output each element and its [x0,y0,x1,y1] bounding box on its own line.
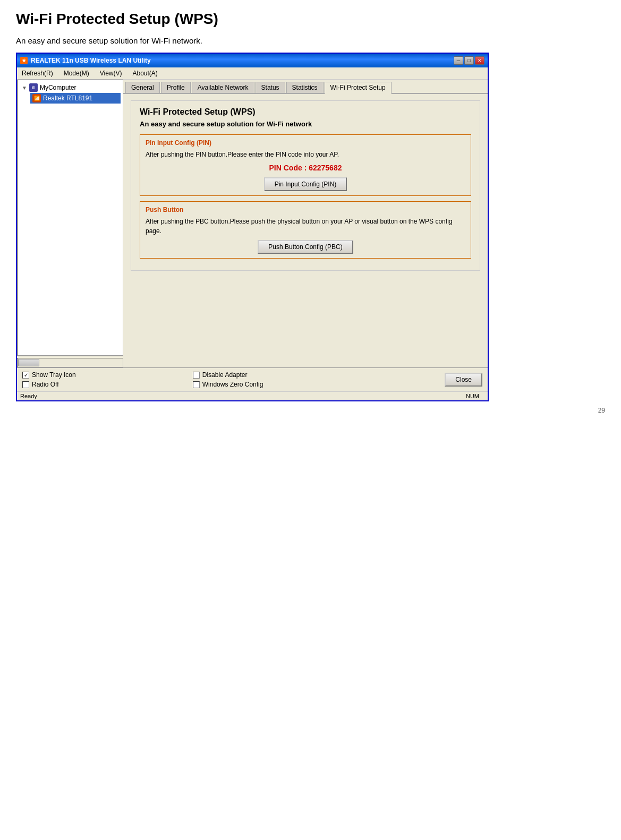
tree-adapter[interactable]: 📶 Realtek RTL8191 [30,93,121,104]
windows-zero-config-checkbox[interactable] [193,381,200,388]
status-bar: Ready NUM [17,391,488,400]
push-button-config-button[interactable]: Push Button Config (PBC) [258,240,353,254]
tab-available-network[interactable]: Available Network [192,82,254,93]
pin-section-label: Pin Input Config (PIN) [146,139,465,147]
menu-about[interactable]: About(A) [131,69,159,78]
menu-refresh[interactable]: Refresh(R) [20,69,55,78]
titlebar-left: ★ REALTEK 11n USB Wireless LAN Utility [20,57,151,64]
pin-code-display: PIN Code : 62275682 [146,164,465,172]
win-body: ▼ 🖥 MyComputer 📶 Realtek RTL8191 General… [17,80,488,367]
titlebar: ★ REALTEK 11n USB Wireless LAN Utility ─… [17,54,488,67]
tab-wifi-protect-setup[interactable]: Wi-Fi Protect Setup [325,82,392,94]
sidebar-tree: ▼ 🖥 MyComputer 📶 Realtek RTL8191 [17,80,123,356]
win-content: General Profile Available Network Status… [123,80,488,367]
footer-mid: Disable Adapter Windows Zero Config [193,371,263,388]
pbc-button-row: Push Button Config (PBC) [146,240,465,254]
adapter-label: Realtek RTL8191 [43,95,92,102]
pin-section-box: Pin Input Config (PIN) After pushing the… [140,134,471,196]
windows-zero-config-label: Windows Zero Config [202,381,263,388]
disable-adapter-checkbox[interactable] [193,372,200,379]
footer-left: Show Tray Icon Radio Off [22,371,76,388]
pin-button-row: Pin Input Config (PIN) [146,177,465,191]
wps-title: Wi-Fi Protected Setup (WPS) [140,107,471,117]
pin-section-description: After pushing the PIN button.Please ente… [146,150,465,159]
tab-bar: General Profile Available Network Status… [123,80,488,94]
pin-input-config-button[interactable]: Pin Input Config (PIN) [264,177,347,191]
page-title: Wi-Fi Protected Setup (WPS) [16,11,605,28]
tree-mycomputer[interactable]: ▼ 🖥 MyComputer [20,82,121,93]
win-footer: Show Tray Icon Radio Off Disable Adapter… [17,367,488,391]
pbc-section-box: Push Button After pushing the PBC button… [140,201,471,259]
expand-icon: ▼ [22,85,27,91]
footer-right: Close [445,373,482,387]
app-icon: ★ [20,57,28,64]
tab-statistics[interactable]: Statistics [286,82,324,93]
pbc-section-label: Push Button [146,206,465,213]
pin-code-value: 62275682 [309,164,342,172]
computer-icon: 🖥 [29,83,38,92]
wps-subtitle: An easy and secure setup solution for Wi… [140,120,471,128]
main-panel: Wi-Fi Protected Setup (WPS) An easy and … [123,94,488,277]
tab-profile[interactable]: Profile [161,82,191,93]
panel-content: Wi-Fi Protected Setup (WPS) An easy and … [131,100,480,271]
sidebar: ▼ 🖥 MyComputer 📶 Realtek RTL8191 [17,80,123,367]
menubar: Refresh(R) Mode(M) View(V) About(A) [17,67,488,80]
sidebar-scrollbar[interactable] [17,358,123,367]
minimize-button[interactable]: ─ [454,56,463,65]
show-tray-icon-checkbox[interactable] [22,372,29,379]
num-label: NUM [466,393,484,399]
close-window-button[interactable]: ✕ [475,56,484,65]
pin-code-label: PIN Code : [269,164,309,172]
status-text: Ready [20,393,466,399]
menu-view[interactable]: View(V) [98,69,124,78]
radio-off-row: Radio Off [22,381,76,388]
show-tray-icon-row: Show Tray Icon [22,371,76,379]
adapter-icon: 📶 [32,94,41,102]
tab-general[interactable]: General [125,82,160,93]
mycomputer-label: MyComputer [40,84,76,91]
menu-mode[interactable]: Mode(M) [62,69,91,78]
tab-status[interactable]: Status [256,82,285,93]
scroll-thumb[interactable] [18,359,39,366]
show-tray-icon-label: Show Tray Icon [32,371,76,379]
disable-adapter-row: Disable Adapter [193,371,263,379]
page-number: 29 [598,407,605,414]
disable-adapter-label: Disable Adapter [202,371,248,379]
win-window: ★ REALTEK 11n USB Wireless LAN Utility ─… [16,53,489,401]
radio-off-checkbox[interactable] [22,381,29,388]
maximize-button[interactable]: □ [464,56,474,65]
close-button[interactable]: Close [445,373,482,387]
pbc-section-description: After pushing the PBC button.Please push… [146,217,465,236]
page-subtitle: An easy and secure setup solution for Wi… [16,36,605,45]
radio-off-label: Radio Off [32,381,58,388]
windows-zero-config-row: Windows Zero Config [193,381,263,388]
titlebar-buttons: ─ □ ✕ [454,56,484,65]
window-title: REALTEK 11n USB Wireless LAN Utility [31,57,151,64]
